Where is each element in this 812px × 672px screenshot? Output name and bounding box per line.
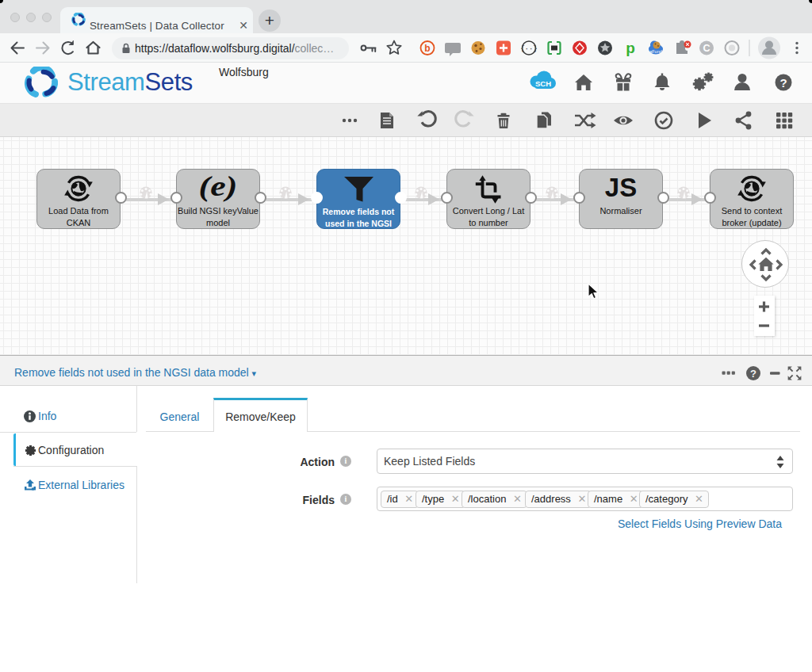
svg-text:b: b xyxy=(424,43,430,54)
svg-text:?: ? xyxy=(779,76,787,90)
svg-text:aFund: aFund xyxy=(649,49,662,54)
svg-text:?: ? xyxy=(750,368,756,380)
svg-text:p: p xyxy=(626,40,635,56)
svg-text:JS: JS xyxy=(605,173,637,202)
svg-text:(e): (e) xyxy=(199,170,238,202)
svg-text:C: C xyxy=(703,43,710,54)
svg-text:SCH: SCH xyxy=(535,79,551,88)
svg-text:{··}: {··} xyxy=(520,45,538,53)
